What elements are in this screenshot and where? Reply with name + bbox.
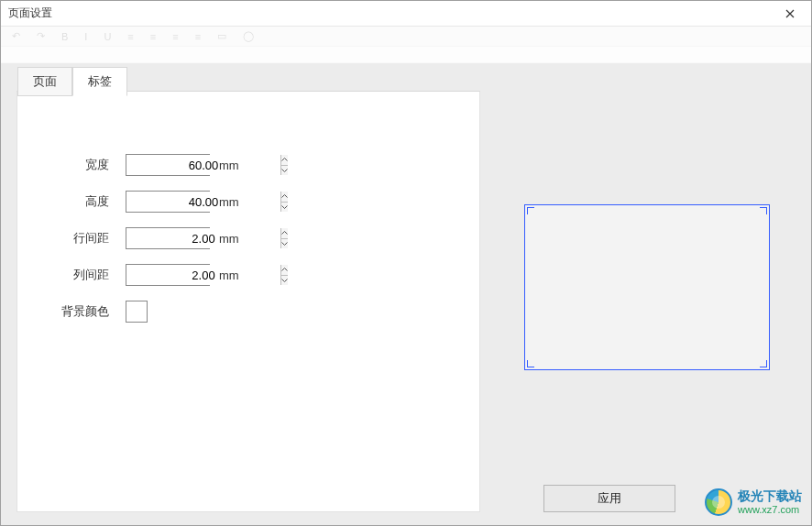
colgap-step-up[interactable] [281,265,288,276]
chevron-up-icon [281,268,288,271]
rowgap-step-up[interactable] [281,228,288,239]
label-preview [524,204,770,370]
corner-mark-tl [527,207,534,214]
row-height: 高度 mm [45,189,239,214]
height-spinner [126,191,210,213]
corner-mark-br [760,360,767,367]
height-step-down[interactable] [281,203,288,213]
chevron-up-icon [281,194,288,198]
background-toolbar: ↶↷BIU≡≡≡≡▭◯ [1,27,811,47]
colgap-input[interactable] [126,265,280,285]
width-input[interactable] [126,155,280,175]
tab-content: 宽度 mm 高度 [16,91,480,512]
rowgap-step-down[interactable] [281,239,288,249]
chevron-up-icon [281,158,288,161]
row-bgcolor: 背景颜色 [45,299,239,324]
label-height: 高度 [45,193,109,210]
unit-colgap: mm [219,268,239,282]
titlebar: 页面设置 [1,1,811,27]
label-rowgap: 行间距 [45,230,109,247]
height-input[interactable] [126,192,280,212]
tab-strip: 页面 标签 [17,67,127,96]
colgap-spinner [126,264,210,286]
tab-label[interactable]: 标签 [72,67,127,96]
height-step-up[interactable] [281,192,288,203]
apply-button[interactable]: 应用 [543,485,675,512]
tab-page[interactable]: 页面 [17,67,72,96]
close-button[interactable] [769,1,811,27]
rowgap-input[interactable] [126,228,280,248]
window-title: 页面设置 [8,5,52,21]
page-setup-dialog: 页面设置 ↶↷BIU≡≡≡≡▭◯ 页面 标签 宽度 [0,0,812,526]
background-ruler [1,47,811,63]
close-icon [785,9,795,18]
bgcolor-picker[interactable] [126,301,148,323]
label-width: 宽度 [45,157,109,173]
chevron-down-icon [281,169,288,172]
unit-width: mm [219,159,239,172]
chevron-down-icon [281,242,288,246]
row-rowgap: 行间距 mm [45,225,239,251]
client-area: 页面 标签 宽度 mm [1,63,811,525]
watermark-logo-icon [705,488,732,516]
label-colgap: 列间距 [45,267,109,283]
corner-mark-tr [760,207,767,214]
watermark-name: 极光下载站 [738,489,802,503]
row-colgap: 列间距 mm [45,262,239,288]
corner-mark-bl [527,360,534,367]
label-form: 宽度 mm 高度 [45,152,239,335]
unit-rowgap: mm [219,232,239,246]
colgap-step-down[interactable] [281,276,288,286]
site-watermark: 极光下载站 www.xz7.com [705,488,802,516]
watermark-url: www.xz7.com [738,504,802,515]
chevron-up-icon [281,231,288,235]
width-step-down[interactable] [281,166,288,176]
row-width: 宽度 mm [45,152,239,178]
rowgap-spinner [126,227,210,249]
width-spinner [126,154,210,176]
label-bgcolor: 背景颜色 [45,303,109,320]
width-step-up[interactable] [281,155,288,166]
unit-height: mm [219,195,239,209]
chevron-down-icon [281,279,288,282]
chevron-down-icon [281,205,288,209]
